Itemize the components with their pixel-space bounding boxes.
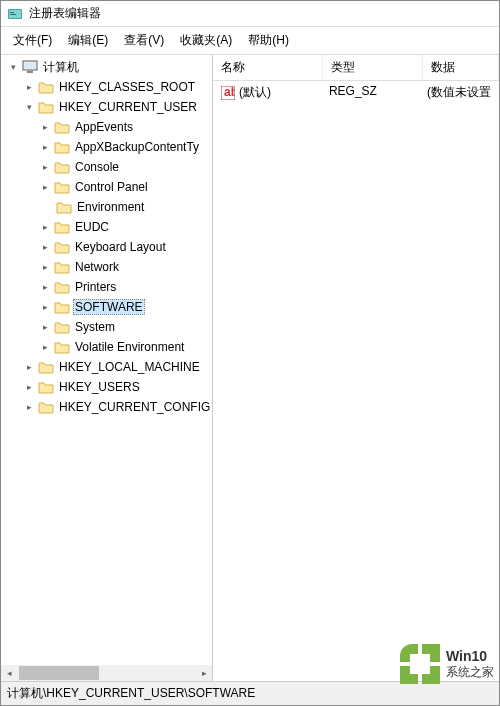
svg-rect-11 (410, 665, 419, 674)
folder-icon (54, 340, 70, 354)
chevron-right-icon[interactable]: ▸ (39, 261, 51, 273)
values-pane[interactable]: 名称 类型 数据 ab (默认) REG_SZ (数值未设置 (213, 55, 499, 681)
column-data[interactable]: 数据 (423, 55, 499, 80)
chevron-down-icon[interactable]: ▾ (7, 61, 19, 73)
folder-icon (54, 320, 70, 334)
svg-rect-3 (10, 14, 16, 15)
chevron-right-icon[interactable]: ▸ (23, 361, 35, 373)
chevron-right-icon[interactable]: ▸ (39, 161, 51, 173)
tree-keyboard[interactable]: ▸ Keyboard Layout (3, 237, 212, 257)
status-path: 计算机\HKEY_CURRENT_USER\SOFTWARE (7, 686, 255, 700)
chevron-down-icon[interactable]: ▾ (23, 101, 35, 113)
horizontal-scrollbar[interactable]: ◂ ▸ (1, 665, 212, 681)
tree-hkey-classes-root[interactable]: ▸ HKEY_CLASSES_ROOT (3, 77, 212, 97)
folder-icon (38, 360, 54, 374)
tree-hkey-current-user[interactable]: ▾ HKEY_CURRENT_USER (3, 97, 212, 117)
chevron-right-icon[interactable]: ▸ (39, 141, 51, 153)
tree-pane[interactable]: ▾ 计算机 ▸ HKEY_CLASSES_ROOT ▾ HKEY_CURRENT… (1, 55, 213, 681)
folder-icon (56, 200, 72, 214)
tree-volatile[interactable]: ▸ Volatile Environment (3, 337, 212, 357)
scroll-left-icon[interactable]: ◂ (1, 665, 17, 681)
app-icon (7, 6, 23, 22)
node-label: Environment (75, 199, 146, 215)
value-name-cell[interactable]: ab (默认) (213, 81, 321, 104)
windows-icon (408, 652, 432, 676)
content-body: ▾ 计算机 ▸ HKEY_CLASSES_ROOT ▾ HKEY_CURRENT… (1, 55, 499, 681)
svg-rect-6 (27, 71, 33, 73)
list-body[interactable]: ab (默认) REG_SZ (数值未设置 (213, 81, 499, 681)
tree-appxbackup[interactable]: ▸ AppXBackupContentTy (3, 137, 212, 157)
node-label: Console (73, 159, 121, 175)
titlebar[interactable]: 注册表编辑器 (1, 1, 499, 27)
registry-editor-window: 注册表编辑器 文件(F) 编辑(E) 查看(V) 收藏夹(A) 帮助(H) ▾ … (0, 0, 500, 706)
node-label: HKEY_LOCAL_MACHINE (57, 359, 202, 375)
scroll-thumb[interactable] (19, 666, 99, 680)
node-label: HKEY_USERS (57, 379, 142, 395)
tree-printers[interactable]: ▸ Printers (3, 277, 212, 297)
tree[interactable]: ▾ 计算机 ▸ HKEY_CLASSES_ROOT ▾ HKEY_CURRENT… (1, 55, 212, 665)
value-data: (数值未设置 (419, 81, 499, 104)
chevron-right-icon[interactable]: ▸ (39, 281, 51, 293)
menubar: 文件(F) 编辑(E) 查看(V) 收藏夹(A) 帮助(H) (1, 27, 499, 54)
reg-string-icon: ab (221, 86, 235, 100)
node-label: Control Panel (73, 179, 150, 195)
folder-icon (38, 80, 54, 94)
node-label: AppXBackupContentTy (73, 139, 201, 155)
node-label: AppEvents (73, 119, 135, 135)
chevron-right-icon[interactable]: ▸ (39, 221, 51, 233)
chevron-right-icon[interactable]: ▸ (39, 241, 51, 253)
list-row[interactable]: ab (默认) REG_SZ (数值未设置 (213, 81, 499, 104)
menu-help[interactable]: 帮助(H) (240, 29, 297, 52)
tree-software[interactable]: ▸ SOFTWARE (3, 297, 212, 317)
menu-edit[interactable]: 编辑(E) (60, 29, 116, 52)
menu-file[interactable]: 文件(F) (5, 29, 60, 52)
folder-open-icon (38, 100, 54, 114)
column-name[interactable]: 名称 (213, 55, 323, 80)
scroll-right-icon[interactable]: ▸ (196, 665, 212, 681)
list-header[interactable]: 名称 类型 数据 (213, 55, 499, 81)
tree-hkey-local-machine[interactable]: ▸ HKEY_LOCAL_MACHINE (3, 357, 212, 377)
tree-eudc[interactable]: ▸ EUDC (3, 217, 212, 237)
chevron-right-icon[interactable]: ▸ (23, 401, 35, 413)
node-label: System (73, 319, 117, 335)
chevron-right-icon[interactable]: ▸ (39, 301, 51, 313)
folder-icon (54, 140, 70, 154)
node-label: SOFTWARE (73, 299, 145, 315)
folder-icon (54, 160, 70, 174)
node-label: HKEY_CURRENT_CONFIG (57, 399, 212, 415)
chevron-right-icon[interactable]: ▸ (23, 81, 35, 93)
tree-environment[interactable]: Environment (3, 197, 212, 217)
chevron-right-icon[interactable]: ▸ (39, 121, 51, 133)
folder-icon (38, 400, 54, 414)
chevron-right-icon[interactable]: ▸ (39, 321, 51, 333)
watermark: Win10 系统之家 (394, 640, 500, 688)
menu-favorites[interactable]: 收藏夹(A) (172, 29, 240, 52)
folder-icon (54, 220, 70, 234)
node-label: Printers (73, 279, 118, 295)
node-label: Keyboard Layout (73, 239, 168, 255)
folder-icon (38, 380, 54, 394)
svg-text:ab: ab (224, 86, 235, 99)
tree-root-computer[interactable]: ▾ 计算机 (3, 57, 212, 77)
folder-icon (54, 300, 70, 314)
watermark-logo (400, 644, 440, 684)
folder-icon (54, 180, 70, 194)
tree-appevents[interactable]: ▸ AppEvents (3, 117, 212, 137)
menu-view[interactable]: 查看(V) (116, 29, 172, 52)
tree-system[interactable]: ▸ System (3, 317, 212, 337)
tree-controlpanel[interactable]: ▸ Control Panel (3, 177, 212, 197)
value-type: REG_SZ (321, 81, 419, 104)
chevron-right-icon[interactable]: ▸ (39, 181, 51, 193)
node-label: Network (73, 259, 121, 275)
chevron-right-icon[interactable]: ▸ (23, 381, 35, 393)
svg-rect-9 (410, 654, 419, 663)
folder-icon (54, 240, 70, 254)
column-type[interactable]: 类型 (323, 55, 423, 80)
folder-icon (54, 280, 70, 294)
tree-hkey-users[interactable]: ▸ HKEY_USERS (3, 377, 212, 397)
chevron-right-icon[interactable]: ▸ (39, 341, 51, 353)
svg-rect-5 (24, 62, 36, 69)
tree-network[interactable]: ▸ Network (3, 257, 212, 277)
tree-hkey-current-config[interactable]: ▸ HKEY_CURRENT_CONFIG (3, 397, 212, 417)
tree-console[interactable]: ▸ Console (3, 157, 212, 177)
